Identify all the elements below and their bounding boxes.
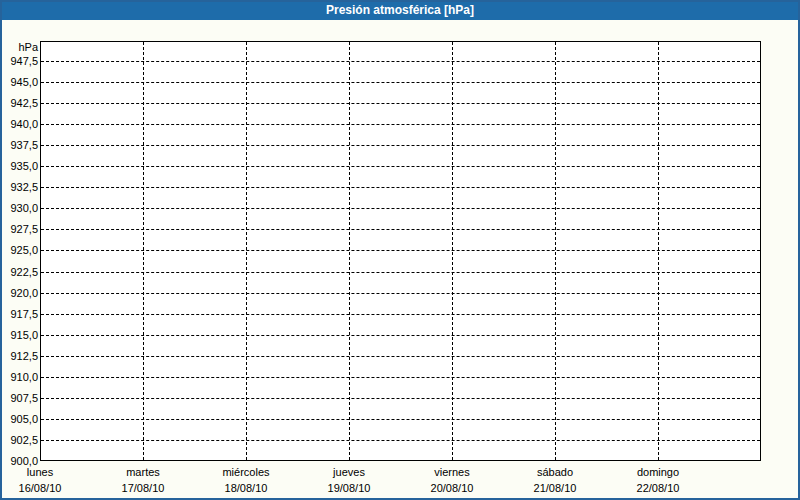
- v-gridline: [246, 42, 247, 460]
- y-tick-label: 932,5: [2, 180, 38, 194]
- x-axis-label: viernes20/08/10: [400, 464, 504, 496]
- y-tick-label: 917,5: [2, 307, 38, 321]
- y-tick-label: 922,5: [2, 265, 38, 279]
- h-gridline: [41, 398, 760, 399]
- chart-title: Presión atmosférica [hPa]: [326, 3, 474, 17]
- h-gridline: [41, 440, 760, 441]
- v-gridline: [452, 42, 453, 460]
- h-gridline: [41, 377, 760, 378]
- y-tick-label: 930,0: [2, 201, 38, 215]
- y-tick-label: 905,0: [2, 412, 38, 426]
- y-tick-label: 940,0: [2, 117, 38, 131]
- h-gridline: [41, 314, 760, 315]
- v-gridline: [143, 42, 144, 460]
- y-tick-label: 935,0: [2, 159, 38, 173]
- y-tick-label: 927,5: [2, 222, 38, 236]
- x-axis-label: martes17/08/10: [91, 464, 195, 496]
- x-date-label: 18/08/10: [194, 480, 298, 496]
- x-axis-label: lunes16/08/10: [0, 464, 92, 496]
- y-tick-label: 912,5: [2, 349, 38, 363]
- x-day-label: sábado: [503, 464, 607, 480]
- h-gridline: [41, 82, 760, 83]
- x-day-label: jueves: [297, 464, 401, 480]
- x-date-label: 16/08/10: [0, 480, 92, 496]
- x-axis-label: jueves19/08/10: [297, 464, 401, 496]
- y-tick-label: 942,5: [2, 96, 38, 110]
- h-gridline: [41, 124, 760, 125]
- chart-title-bar: Presión atmosférica [hPa]: [0, 0, 800, 20]
- y-tick-label: 910,0: [2, 370, 38, 384]
- h-gridline: [41, 103, 760, 104]
- y-tick-label: 937,5: [2, 138, 38, 152]
- y-tick-label: 920,0: [2, 286, 38, 300]
- h-gridline: [41, 335, 760, 336]
- h-gridline: [41, 229, 760, 230]
- v-gridline: [555, 42, 556, 460]
- y-tick-label: 947,5: [2, 54, 38, 68]
- h-gridline: [41, 61, 760, 62]
- x-date-label: 19/08/10: [297, 480, 401, 496]
- x-date-label: 22/08/10: [606, 480, 710, 496]
- h-gridline: [41, 145, 760, 146]
- x-day-label: viernes: [400, 464, 504, 480]
- y-tick-label: 945,0: [2, 75, 38, 89]
- x-axis-label: sábado21/08/10: [503, 464, 607, 496]
- h-gridline: [41, 356, 760, 357]
- x-day-label: miércoles: [194, 464, 298, 480]
- plot-area: [40, 41, 761, 461]
- v-gridline: [349, 42, 350, 460]
- y-axis-unit-label: hPa: [2, 40, 38, 54]
- h-gridline: [41, 272, 760, 273]
- x-day-label: domingo: [606, 464, 710, 480]
- pressure-chart-window: Presión atmosférica [hPa] hPa 947,5945,0…: [0, 0, 800, 500]
- h-gridline: [41, 250, 760, 251]
- y-tick-label: 925,0: [2, 243, 38, 257]
- h-gridline: [41, 419, 760, 420]
- h-gridline: [41, 293, 760, 294]
- y-tick-label: 907,5: [2, 391, 38, 405]
- x-date-label: 17/08/10: [91, 480, 195, 496]
- h-gridline: [41, 187, 760, 188]
- x-day-label: lunes: [0, 464, 92, 480]
- x-date-label: 20/08/10: [400, 480, 504, 496]
- x-axis-label: domingo22/08/10: [606, 464, 710, 496]
- y-tick-label: 902,5: [2, 433, 38, 447]
- x-axis-label: miércoles18/08/10: [194, 464, 298, 496]
- h-gridline: [41, 166, 760, 167]
- h-gridline: [41, 208, 760, 209]
- v-gridline: [658, 42, 659, 460]
- y-tick-label: 915,0: [2, 328, 38, 342]
- x-day-label: martes: [91, 464, 195, 480]
- x-date-label: 21/08/10: [503, 480, 607, 496]
